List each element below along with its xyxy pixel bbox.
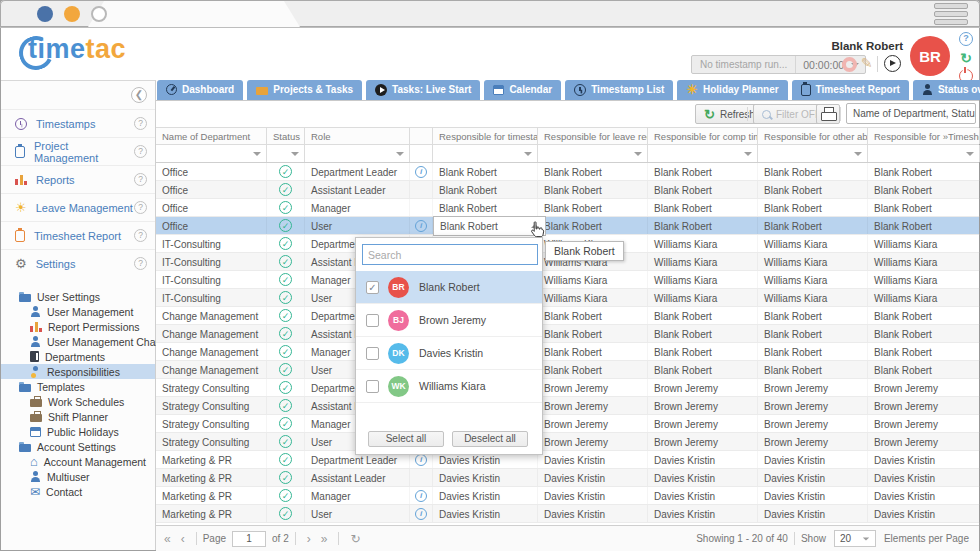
column-filter[interactable] — [758, 145, 868, 162]
cell-responsible[interactable]: Blank Robert — [758, 325, 868, 342]
sidebar-item-timesheet-report[interactable]: Timesheet Report? — [1, 221, 155, 249]
info-icon[interactable]: i — [415, 454, 427, 466]
tree-item-shift-planner[interactable]: Shift Planner — [1, 409, 155, 424]
cell-responsible[interactable]: Davies Kristin — [868, 505, 980, 522]
help-icon[interactable]: ? — [959, 32, 973, 46]
table-row[interactable]: Marketing & PR✓UseriDavies KristinDavies… — [156, 505, 979, 523]
cell-responsible[interactable]: Blank Robert — [648, 181, 758, 198]
column-filter[interactable] — [305, 145, 410, 162]
chevron-down-icon[interactable] — [854, 152, 862, 156]
cell-responsible[interactable]: Blank Robert — [538, 163, 648, 180]
column-filter[interactable] — [156, 145, 267, 162]
tab-status-overview[interactable]: Status overview — [913, 80, 980, 100]
table-row[interactable]: Strategy Consulting✓ManagerBrown JeremyB… — [156, 415, 979, 433]
cell-responsible[interactable]: Williams Kiara — [868, 271, 980, 288]
cell-responsible[interactable]: Davies Kristin — [868, 469, 980, 486]
chevron-down-icon[interactable] — [744, 152, 752, 156]
prev-page-icon[interactable]: ‹ — [181, 532, 185, 546]
cell-responsible[interactable]: Williams Kiara — [648, 289, 758, 306]
cell-responsible[interactable]: Blank Robert — [758, 343, 868, 360]
deselect-all-button[interactable]: Deselect all — [452, 431, 528, 447]
column-filter[interactable] — [410, 145, 433, 162]
chevron-down-icon[interactable] — [966, 152, 974, 156]
cell-responsible[interactable]: Blank Robert — [538, 181, 648, 198]
cell-responsible[interactable]: Blank Robert — [868, 343, 980, 360]
cell-responsible[interactable]: Brown Jeremy — [538, 379, 648, 396]
info-icon[interactable]: i — [415, 508, 427, 520]
cell-responsible[interactable]: Davies Kristin — [648, 451, 758, 468]
cell-responsible[interactable]: Blank Robert — [433, 199, 538, 216]
cell-responsible[interactable]: Williams Kiara — [648, 271, 758, 288]
cell-responsible[interactable]: Davies Kristin — [433, 505, 538, 522]
table-row[interactable]: Strategy Consulting✓UserBrown JeremyBrow… — [156, 433, 979, 451]
cell-responsible[interactable]: Williams Kiara — [758, 253, 868, 270]
cell-responsible[interactable]: Blank Robert — [868, 181, 980, 198]
tree-item-account-settings[interactable]: Account Settings — [1, 439, 155, 454]
tree-item-multiuser[interactable]: Multiuser — [1, 469, 155, 484]
cell-responsible[interactable]: Blank Robert — [868, 199, 980, 216]
column-header-responsible-for-leave-reque[interactable]: Responsible for leave reque... — [538, 128, 648, 144]
cell-responsible[interactable]: Williams Kiara — [538, 289, 648, 306]
tree-item-report-permissions[interactable]: Report Permissions — [1, 319, 155, 334]
cell-responsible[interactable]: Blank Robert — [538, 343, 648, 360]
table-row[interactable]: Office✓Assistant LeaderBlank RobertBlank… — [156, 181, 979, 199]
page-input[interactable]: 1 — [232, 531, 266, 547]
help-icon[interactable]: ? — [134, 229, 147, 242]
page-size-select[interactable]: 20 — [834, 530, 876, 547]
refresh-icon[interactable]: ↻ — [957, 50, 975, 66]
stop-timer-icon[interactable] — [842, 57, 857, 72]
sidebar-item-reports[interactable]: Reports? — [1, 165, 155, 193]
tree-item-responsibilities[interactable]: Responsibilities — [1, 364, 155, 379]
avatar[interactable]: BR — [910, 36, 950, 76]
reload-icon[interactable]: ↻ — [350, 532, 360, 546]
column-filter[interactable] — [433, 145, 538, 162]
chevron-down-icon[interactable] — [291, 152, 299, 156]
column-filter[interactable] — [868, 145, 980, 162]
cell-responsible[interactable]: Williams Kiara — [648, 253, 758, 270]
cell-responsible[interactable]: Williams Kiara — [758, 235, 868, 252]
column-header-responsible-for-timestamp[interactable]: Responsible for timestamp ... — [433, 128, 538, 144]
menu-icon[interactable] — [934, 3, 970, 27]
table-row[interactable]: Office✓ManagerBlank RobertBlank RobertBl… — [156, 199, 979, 217]
cell-responsible[interactable]: Blank Robert — [433, 181, 538, 198]
cell-responsible[interactable]: Davies Kristin — [648, 505, 758, 522]
sidebar-collapse-icon[interactable]: ❮ — [131, 87, 147, 103]
column-header-info[interactable] — [410, 128, 433, 144]
cell-responsible[interactable]: Brown Jeremy — [538, 397, 648, 414]
cell-responsible[interactable]: Blank Robert — [538, 307, 648, 324]
cell-responsible[interactable]: Blank Robert — [868, 307, 980, 324]
column-filter[interactable] — [538, 145, 648, 162]
column-header-responsible-for-comp-time[interactable]: Responsible for comp time ... — [648, 128, 758, 144]
edit-icon[interactable]: ✎ — [861, 55, 873, 71]
window-control-icon[interactable] — [91, 6, 107, 22]
user-option-brown-jeremy[interactable]: BJBrown Jeremy — [356, 304, 542, 337]
cell-responsible[interactable]: Williams Kiara — [758, 271, 868, 288]
checkbox[interactable]: ✓ — [366, 281, 379, 294]
table-row[interactable]: Change Management✓Department LeaderBlank… — [156, 307, 979, 325]
window-control-icon[interactable] — [37, 6, 53, 22]
cell-responsible[interactable]: Blank Robert — [648, 361, 758, 378]
tree-item-templates[interactable]: Templates — [1, 379, 155, 394]
column-filter[interactable] — [648, 145, 758, 162]
cell-responsible[interactable]: Blank Robert — [868, 361, 980, 378]
first-page-icon[interactable]: « — [164, 532, 171, 546]
table-row[interactable]: Office✓Department LeaderiBlank RobertBla… — [156, 163, 979, 181]
cell-responsible[interactable]: Blank Robert — [538, 361, 648, 378]
tab-dashboard[interactable]: Dashboard — [157, 80, 243, 100]
cell-responsible[interactable]: Blank Robert — [758, 361, 868, 378]
cell-responsible[interactable]: Williams Kiara — [868, 289, 980, 306]
cell-responsible[interactable]: Blank Robert — [758, 217, 868, 234]
column-header-responsible-for-other-abse[interactable]: Responsible for other abse... — [758, 128, 868, 144]
help-icon[interactable]: ? — [134, 117, 147, 130]
cell-responsible[interactable]: Blank Robert — [538, 217, 648, 234]
cell-responsible[interactable]: Davies Kristin — [648, 487, 758, 504]
cell-responsible[interactable]: Blank Robert — [758, 163, 868, 180]
chevron-down-icon[interactable] — [253, 152, 261, 156]
cell-responsible[interactable]: Davies Kristin — [758, 451, 868, 468]
sidebar-item-leave-management[interactable]: ☀Leave Management? — [1, 193, 155, 221]
table-row[interactable]: Change Management✓Assistant LeaderBlank … — [156, 325, 979, 343]
sidebar-item-timestamps[interactable]: Timestamps? — [1, 109, 155, 137]
cell-responsible[interactable]: Brown Jeremy — [648, 397, 758, 414]
next-page-icon[interactable]: › — [307, 532, 311, 546]
user-option-davies-kristin[interactable]: DKDavies Kristin — [356, 337, 542, 370]
